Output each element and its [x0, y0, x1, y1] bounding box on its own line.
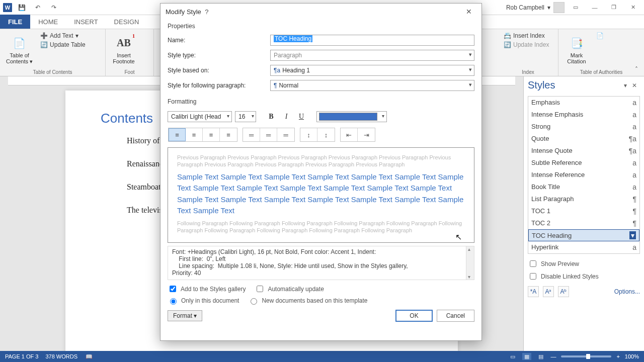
chevron-down-icon: ▾: [547, 4, 550, 11]
help-icon[interactable]: ?: [201, 6, 212, 18]
style-type-select[interactable]: Paragraph: [270, 50, 474, 61]
footnote-icon: AB1: [116, 35, 132, 51]
citation-icon: 📑: [569, 35, 585, 51]
tab-home[interactable]: HOME: [30, 15, 66, 29]
modify-style-dialog: Modify Style ? ✕ Properties Name: TOC He…: [160, 3, 482, 76]
table-of-contents-button[interactable]: 📄 Table ofContents ▾: [4, 31, 35, 68]
group-label-toa: Table of Authorities: [562, 68, 640, 75]
collapse-ribbon-icon[interactable]: ˄: [632, 65, 641, 74]
insert-footnote-button[interactable]: AB1 InsertFootnote: [110, 31, 138, 68]
update-table-icon: 🔄: [40, 41, 48, 49]
group-label-index: Index: [502, 68, 554, 75]
insert-index-button[interactable]: 📇Insert Index: [502, 31, 550, 40]
based-on-label: Style based on:: [168, 67, 267, 74]
insert-index-icon: 📇: [503, 32, 511, 40]
avatar: [553, 2, 565, 13]
name-input[interactable]: TOC Heading: [270, 35, 474, 46]
close-icon[interactable]: ✕: [461, 6, 476, 18]
redo-icon[interactable]: ↷: [47, 1, 60, 14]
based-on-select[interactable]: ¶aHeading 1: [270, 65, 474, 76]
close-icon[interactable]: ✕: [625, 2, 641, 13]
toc-icon: 📄: [12, 35, 28, 51]
undo-icon[interactable]: ↶: [31, 1, 44, 14]
insert-toa-button[interactable]: 📄: [595, 31, 605, 40]
dialog-title: Modify Style: [166, 8, 201, 16]
style-type-label: Style type:: [168, 52, 267, 59]
update-index-button: 🔄Update Index: [502, 40, 550, 49]
group-label-footnotes: Foot: [110, 68, 149, 75]
mark-citation-button[interactable]: 📑 MarkCitation: [562, 31, 591, 68]
tab-insert[interactable]: INSERT: [66, 15, 106, 29]
add-text-button[interactable]: ➕Add Text ▾: [39, 31, 87, 40]
minimize-icon[interactable]: —: [587, 2, 603, 13]
tab-design[interactable]: DESIGN: [106, 15, 147, 29]
update-table-button[interactable]: 🔄Update Table: [39, 40, 87, 49]
restore-icon[interactable]: ❐: [606, 2, 622, 13]
tab-file[interactable]: FILE: [0, 15, 30, 29]
add-text-icon: ➕: [40, 32, 48, 40]
properties-heading: Properties: [168, 23, 474, 30]
group-label-toc: Table of Contents: [4, 68, 101, 75]
paragraph-icon: ¶a: [274, 67, 280, 74]
update-index-icon: 🔄: [503, 41, 511, 49]
ribbon-options-icon[interactable]: ▭: [568, 2, 584, 13]
word-icon: W: [3, 3, 12, 12]
save-icon[interactable]: 💾: [15, 1, 28, 14]
user-name: Rob Campbell: [506, 4, 544, 11]
name-label: Name:: [168, 37, 267, 44]
toa-icon: 📄: [596, 32, 604, 40]
user-menu[interactable]: Rob Campbell ▾: [506, 2, 565, 13]
